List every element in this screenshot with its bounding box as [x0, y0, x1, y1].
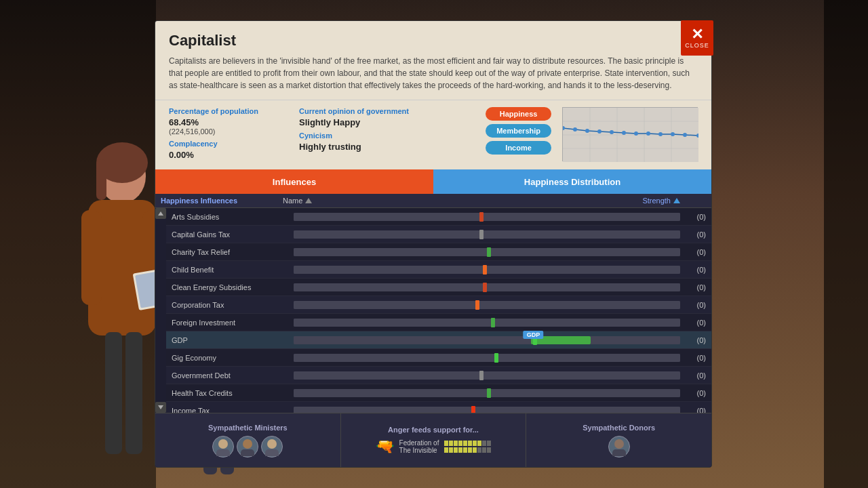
- footer-section: Sympathetic Ministers: [155, 413, 711, 467]
- row-bar: [294, 371, 680, 380]
- minister-avatar-1: [212, 436, 234, 458]
- donor-avatar-1: [608, 436, 630, 458]
- svg-point-40: [683, 133, 687, 137]
- minister-avatar-2: [237, 436, 258, 458]
- row-value: (0): [686, 354, 706, 362]
- cynicism-value: Highly trusting: [299, 142, 409, 152]
- row-bar-marker: [487, 388, 491, 398]
- table-row[interactable]: Gig Economy (0): [166, 349, 711, 367]
- anger-title: Anger feeds support for...: [388, 426, 479, 434]
- svg-rect-49: [265, 449, 279, 456]
- row-value: (0): [686, 301, 706, 309]
- th-name[interactable]: Name: [283, 197, 642, 205]
- row-bar-marker: [479, 230, 484, 239]
- scroll-track: [155, 208, 166, 413]
- population-value: 68.45%: [169, 117, 258, 127]
- population-stat: Percentage of population 68.45% (224,516…: [169, 107, 258, 160]
- scroll-down-arrow[interactable]: [155, 402, 166, 413]
- svg-point-39: [671, 132, 675, 136]
- row-name: Child Benefit: [172, 266, 294, 274]
- row-name: Income Tax: [172, 407, 294, 413]
- svg-point-38: [658, 132, 663, 136]
- svg-point-34: [610, 130, 614, 134]
- row-bar: [294, 266, 680, 274]
- table-row[interactable]: Income Tax (0): [166, 402, 711, 413]
- close-button[interactable]: ✕ CLOSE: [681, 20, 713, 56]
- modal-header: Capitalist Capitalists are believers in …: [155, 21, 711, 100]
- income-graph-button[interactable]: Income: [486, 141, 551, 155]
- row-value: (0): [686, 266, 706, 274]
- membership-graph-button[interactable]: Membership: [486, 124, 551, 138]
- row-bar-marker: [487, 247, 491, 257]
- row-bar: [294, 248, 680, 256]
- table-row[interactable]: Charity Tax Relief (0): [166, 243, 711, 261]
- scroll-up-arrow[interactable]: [155, 208, 166, 219]
- th-strength[interactable]: Strength: [642, 197, 680, 205]
- row-bar-marker: [483, 265, 487, 274]
- svg-point-46: [243, 439, 252, 449]
- row-bar-marker: [483, 283, 487, 292]
- row-bar-marker: [479, 212, 484, 222]
- row-name: Corporation Tax: [172, 301, 294, 309]
- gdp-badge: GDP: [524, 331, 544, 339]
- mini-graph: [562, 107, 698, 161]
- row-value: (0): [686, 407, 706, 413]
- stats-section: Percentage of population 68.45% (224,516…: [155, 100, 711, 169]
- table-row[interactable]: Arts Subsidies (0): [166, 208, 711, 226]
- th-happiness-influences: Happiness Influences: [161, 197, 283, 205]
- row-value: (0): [686, 336, 706, 344]
- sympathetic-ministers-col: Sympathetic Ministers: [155, 413, 341, 467]
- row-value: (0): [686, 371, 706, 380]
- tabs-row: Influences Happiness Distribution: [155, 169, 711, 194]
- row-value: (0): [686, 230, 706, 239]
- row-name: Arts Subsidies: [172, 213, 294, 221]
- table-row[interactable]: Clean Energy Subsidies (0): [166, 279, 711, 296]
- svg-point-36: [634, 131, 638, 136]
- tab-happiness-distribution[interactable]: Happiness Distribution: [433, 169, 711, 194]
- table-row[interactable]: Corporation Tax (0): [166, 296, 711, 314]
- opinion-stat: Current opinion of government Slightly H…: [299, 107, 409, 160]
- table-row[interactable]: GDP GDP (0): [166, 331, 711, 349]
- table-row[interactable]: Health Tax Credits (0): [166, 384, 711, 402]
- federation-name: Federation of: [399, 439, 439, 447]
- svg-point-48: [267, 439, 277, 449]
- row-name: Health Tax Credits: [172, 389, 294, 397]
- modal: Capitalist Capitalists are believers in …: [155, 20, 712, 468]
- name-sort-icon: [305, 198, 312, 203]
- row-bar: [294, 283, 680, 291]
- sympathetic-donors-col: Sympathetic Donors: [526, 413, 711, 467]
- population-sub: (224,516,000): [169, 127, 258, 136]
- sympathetic-donors-title: Sympathetic Donors: [583, 424, 655, 432]
- donor-avatars: [608, 436, 630, 458]
- svg-point-44: [218, 439, 228, 449]
- row-bar: [294, 319, 680, 327]
- table-row[interactable]: Foreign Investment (0): [166, 314, 711, 331]
- row-bar: GDP: [294, 336, 680, 344]
- row-value: (0): [686, 213, 706, 221]
- table-row[interactable]: Capital Gains Tax (0): [166, 226, 711, 243]
- row-bar: [294, 230, 680, 239]
- row-name: Government Debt: [172, 371, 294, 380]
- row-bar-marker: [479, 371, 484, 380]
- complacency-value: 0.00%: [169, 150, 258, 160]
- row-name: GDP: [172, 336, 294, 344]
- svg-rect-51: [612, 449, 626, 456]
- tab-influences[interactable]: Influences: [155, 169, 433, 194]
- row-bar: [294, 389, 680, 397]
- federation-sub: The Invisible: [399, 447, 439, 454]
- row-name: Foreign Investment: [172, 319, 294, 327]
- happiness-graph-button[interactable]: Happiness: [486, 107, 551, 121]
- svg-marker-43: [158, 405, 163, 409]
- svg-rect-2: [105, 332, 122, 454]
- opinion-value: Slightly Happy: [299, 117, 409, 127]
- row-bar-marker: [471, 406, 475, 413]
- svg-rect-8: [96, 159, 106, 200]
- anger-info: 🔫 Federation of The Invisible: [376, 438, 492, 455]
- close-label: CLOSE: [685, 42, 709, 49]
- svg-marker-42: [158, 211, 163, 216]
- table-header: Happiness Influences Name Strength: [155, 194, 711, 208]
- row-value: (0): [686, 319, 706, 327]
- bg-right-panel: [824, 0, 868, 488]
- table-row[interactable]: Government Debt (0): [166, 367, 711, 384]
- table-row[interactable]: Child Benefit (0): [166, 261, 711, 279]
